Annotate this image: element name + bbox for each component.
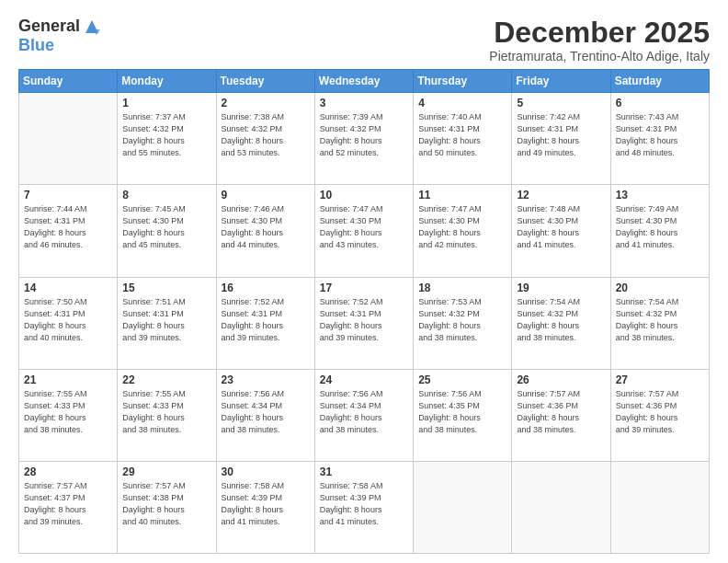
day-number: 7 (24, 189, 112, 201)
calendar-cell (610, 461, 709, 553)
day-info: Sunrise: 7:56 AM Sunset: 4:34 PM Dayligh… (222, 388, 310, 436)
calendar-cell: 29Sunrise: 7:57 AM Sunset: 4:38 PM Dayli… (118, 461, 216, 553)
calendar-cell (512, 461, 610, 553)
weekday-header-tuesday: Tuesday (216, 70, 314, 93)
weekday-header-friday: Friday (512, 70, 610, 93)
day-number: 30 (222, 465, 310, 478)
day-info: Sunrise: 7:37 AM Sunset: 4:32 PM Dayligh… (122, 111, 210, 159)
calendar-cell: 26Sunrise: 7:57 AM Sunset: 4:36 PM Dayli… (512, 369, 610, 461)
day-number: 3 (320, 97, 408, 109)
weekday-header-saturday: Saturday (610, 70, 709, 93)
day-number: 10 (320, 189, 408, 201)
day-number: 25 (418, 373, 506, 386)
day-info: Sunrise: 7:52 AM Sunset: 4:31 PM Dayligh… (320, 296, 408, 344)
day-info: Sunrise: 7:51 AM Sunset: 4:31 PM Dayligh… (122, 296, 210, 344)
calendar-cell: 2Sunrise: 7:38 AM Sunset: 4:32 PM Daylig… (216, 93, 314, 185)
day-info: Sunrise: 7:48 AM Sunset: 4:30 PM Dayligh… (517, 203, 605, 251)
calendar-cell: 6Sunrise: 7:43 AM Sunset: 4:31 PM Daylig… (610, 93, 709, 185)
day-info: Sunrise: 7:57 AM Sunset: 4:36 PM Dayligh… (517, 388, 605, 436)
day-number: 5 (517, 97, 605, 109)
calendar-cell: 17Sunrise: 7:52 AM Sunset: 4:31 PM Dayli… (314, 277, 413, 369)
calendar-cell: 12Sunrise: 7:48 AM Sunset: 4:30 PM Dayli… (512, 185, 610, 277)
day-number: 31 (320, 465, 408, 478)
weekday-header-monday: Monday (118, 70, 216, 93)
weekday-header-sunday: Sunday (19, 70, 118, 93)
day-number: 24 (320, 373, 408, 386)
week-row-4: 28Sunrise: 7:57 AM Sunset: 4:37 PM Dayli… (19, 461, 710, 553)
day-info: Sunrise: 7:52 AM Sunset: 4:31 PM Dayligh… (222, 296, 310, 344)
header: General Blue December 2025 Pietramurata,… (18, 17, 710, 63)
day-info: Sunrise: 7:40 AM Sunset: 4:31 PM Dayligh… (418, 111, 506, 159)
day-number: 2 (222, 97, 310, 109)
calendar-cell: 30Sunrise: 7:58 AM Sunset: 4:39 PM Dayli… (216, 461, 314, 553)
calendar-cell: 4Sunrise: 7:40 AM Sunset: 4:31 PM Daylig… (414, 93, 512, 185)
day-info: Sunrise: 7:45 AM Sunset: 4:30 PM Dayligh… (122, 203, 210, 251)
calendar-cell: 19Sunrise: 7:54 AM Sunset: 4:32 PM Dayli… (512, 277, 610, 369)
calendar-cell (19, 93, 118, 185)
calendar-cell: 18Sunrise: 7:53 AM Sunset: 4:32 PM Dayli… (414, 277, 512, 369)
calendar-cell: 16Sunrise: 7:52 AM Sunset: 4:31 PM Dayli… (216, 277, 314, 369)
day-number: 22 (122, 373, 210, 386)
day-number: 9 (222, 189, 310, 201)
day-number: 16 (222, 282, 310, 294)
calendar-cell: 8Sunrise: 7:45 AM Sunset: 4:30 PM Daylig… (118, 185, 216, 277)
day-info: Sunrise: 7:54 AM Sunset: 4:32 PM Dayligh… (616, 296, 704, 344)
calendar-cell (414, 461, 512, 553)
day-info: Sunrise: 7:42 AM Sunset: 4:31 PM Dayligh… (517, 111, 605, 159)
day-number: 12 (517, 189, 605, 201)
day-number: 21 (24, 373, 112, 386)
day-number: 19 (517, 282, 605, 294)
calendar-cell: 7Sunrise: 7:44 AM Sunset: 4:31 PM Daylig… (19, 185, 118, 277)
logo: General Blue (18, 17, 102, 55)
day-number: 13 (616, 189, 704, 201)
day-number: 15 (122, 282, 210, 294)
day-number: 17 (320, 282, 408, 294)
day-info: Sunrise: 7:55 AM Sunset: 4:33 PM Dayligh… (122, 388, 210, 436)
calendar-cell: 1Sunrise: 7:37 AM Sunset: 4:32 PM Daylig… (118, 93, 216, 185)
day-info: Sunrise: 7:56 AM Sunset: 4:35 PM Dayligh… (418, 388, 506, 436)
logo-text: General (18, 17, 80, 36)
calendar-cell: 5Sunrise: 7:42 AM Sunset: 4:31 PM Daylig… (512, 93, 610, 185)
week-row-2: 14Sunrise: 7:50 AM Sunset: 4:31 PM Dayli… (19, 277, 710, 369)
day-number: 27 (616, 373, 704, 386)
day-number: 1 (122, 97, 210, 109)
calendar-cell: 13Sunrise: 7:49 AM Sunset: 4:30 PM Dayli… (610, 185, 709, 277)
calendar-cell: 10Sunrise: 7:47 AM Sunset: 4:30 PM Dayli… (314, 185, 413, 277)
calendar-cell: 14Sunrise: 7:50 AM Sunset: 4:31 PM Dayli… (19, 277, 118, 369)
weekday-header-wednesday: Wednesday (314, 70, 413, 93)
day-number: 8 (122, 189, 210, 201)
day-info: Sunrise: 7:55 AM Sunset: 4:33 PM Dayligh… (24, 388, 112, 436)
weekday-header-row: SundayMondayTuesdayWednesdayThursdayFrid… (19, 70, 710, 93)
calendar-cell: 9Sunrise: 7:46 AM Sunset: 4:30 PM Daylig… (216, 185, 314, 277)
week-row-0: 1Sunrise: 7:37 AM Sunset: 4:32 PM Daylig… (19, 93, 710, 185)
day-info: Sunrise: 7:46 AM Sunset: 4:30 PM Dayligh… (222, 203, 310, 251)
calendar-cell: 22Sunrise: 7:55 AM Sunset: 4:33 PM Dayli… (118, 369, 216, 461)
day-info: Sunrise: 7:47 AM Sunset: 4:30 PM Dayligh… (418, 203, 506, 251)
logo-blue-text: Blue (18, 36, 54, 54)
calendar-cell: 31Sunrise: 7:58 AM Sunset: 4:39 PM Dayli… (314, 461, 413, 553)
day-info: Sunrise: 7:53 AM Sunset: 4:32 PM Dayligh… (418, 296, 506, 344)
day-info: Sunrise: 7:44 AM Sunset: 4:31 PM Dayligh… (24, 203, 112, 251)
calendar-cell: 3Sunrise: 7:39 AM Sunset: 4:32 PM Daylig… (314, 93, 413, 185)
day-number: 4 (418, 97, 506, 109)
day-info: Sunrise: 7:56 AM Sunset: 4:34 PM Dayligh… (320, 388, 408, 436)
day-number: 14 (24, 282, 112, 294)
calendar-cell: 11Sunrise: 7:47 AM Sunset: 4:30 PM Dayli… (414, 185, 512, 277)
day-number: 6 (616, 97, 704, 109)
day-number: 28 (24, 465, 112, 478)
day-number: 23 (222, 373, 310, 386)
calendar-cell: 28Sunrise: 7:57 AM Sunset: 4:37 PM Dayli… (19, 461, 118, 553)
page: General Blue December 2025 Pietramurata,… (0, 0, 728, 563)
day-info: Sunrise: 7:50 AM Sunset: 4:31 PM Dayligh… (24, 296, 112, 344)
logo-icon (82, 17, 102, 37)
day-info: Sunrise: 7:43 AM Sunset: 4:31 PM Dayligh… (616, 111, 704, 159)
day-info: Sunrise: 7:58 AM Sunset: 4:39 PM Dayligh… (320, 480, 408, 528)
day-number: 26 (517, 373, 605, 386)
day-info: Sunrise: 7:57 AM Sunset: 4:36 PM Dayligh… (616, 388, 704, 436)
day-info: Sunrise: 7:47 AM Sunset: 4:30 PM Dayligh… (320, 203, 408, 251)
calendar-cell: 23Sunrise: 7:56 AM Sunset: 4:34 PM Dayli… (216, 369, 314, 461)
day-info: Sunrise: 7:39 AM Sunset: 4:32 PM Dayligh… (320, 111, 408, 159)
day-info: Sunrise: 7:38 AM Sunset: 4:32 PM Dayligh… (222, 111, 310, 159)
day-info: Sunrise: 7:54 AM Sunset: 4:32 PM Dayligh… (517, 296, 605, 344)
calendar-cell: 27Sunrise: 7:57 AM Sunset: 4:36 PM Dayli… (610, 369, 709, 461)
